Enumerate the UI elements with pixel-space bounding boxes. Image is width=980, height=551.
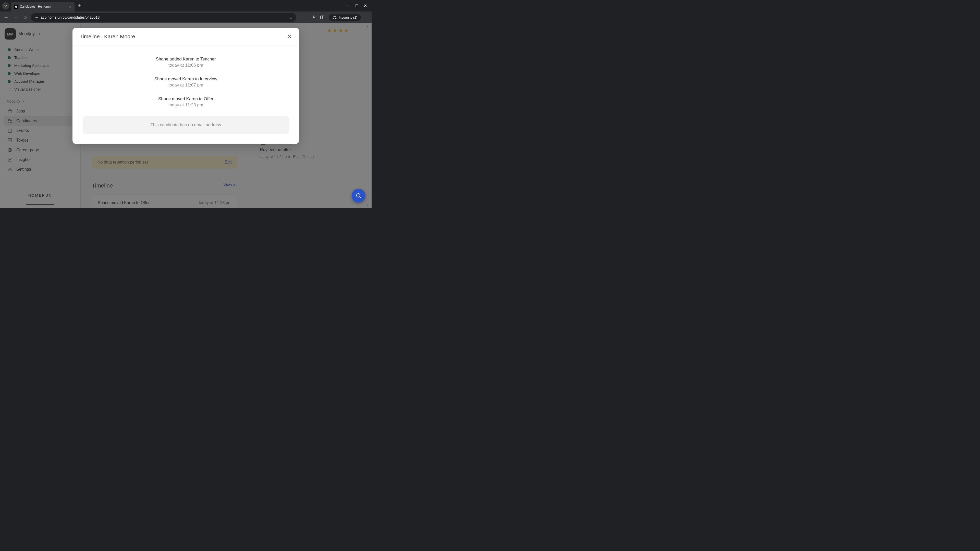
timeline-entry-action: Shane added Karen to Teacher xyxy=(83,57,289,62)
reload-button[interactable]: ⟳ xyxy=(22,14,29,21)
close-window-button[interactable]: ✕ xyxy=(364,3,367,8)
modal-body: Shane added Karen to Teacher today at 11… xyxy=(73,45,299,144)
timeline-entry-time: today at 11:06 pm xyxy=(83,63,289,68)
incognito-badge[interactable]: Incognito (2) xyxy=(329,14,361,21)
minimize-button[interactable]: — xyxy=(346,3,350,8)
new-tab-button[interactable]: + xyxy=(78,3,81,8)
maximize-button[interactable]: □ xyxy=(355,3,358,8)
browser-tab-strip: H Candidates · Homerun ✕ + — □ ✕ xyxy=(0,0,372,11)
bookmark-star-icon[interactable]: ☆ xyxy=(289,15,293,20)
address-bar[interactable]: ⊶ app.homerun.co/candidates/5425513 ☆ xyxy=(31,13,296,22)
timeline-modal: Timeline · Karen Moore ✕ Shane added Kar… xyxy=(73,28,299,144)
browser-menu-icon[interactable]: ⋮ xyxy=(365,15,369,20)
incognito-label: Incognito (2) xyxy=(339,16,357,19)
tab-favicon: H xyxy=(14,5,18,9)
url-text: app.homerun.co/candidates/5425513 xyxy=(41,15,100,19)
tab-title: Candidates · Homerun xyxy=(20,5,66,8)
timeline-entry-action: Shane moved Karen to Interview xyxy=(83,76,289,82)
svg-line-15 xyxy=(360,197,361,198)
timeline-entry-action: Shane moved Karen to Offer xyxy=(83,97,289,102)
timeline-entry: Shane added Karen to Teacher today at 11… xyxy=(83,57,289,68)
forward-button[interactable]: → xyxy=(12,14,20,21)
back-button[interactable]: ← xyxy=(3,14,10,21)
modal-close-button[interactable]: ✕ xyxy=(287,33,292,40)
tab-search-button[interactable] xyxy=(2,2,9,10)
svg-point-14 xyxy=(356,194,360,197)
timeline-entry-time: today at 11:07 pm xyxy=(83,83,289,88)
panel-icon[interactable] xyxy=(320,15,325,20)
browser-tab[interactable]: H Candidates · Homerun ✕ xyxy=(11,2,75,11)
help-fab[interactable] xyxy=(352,189,366,203)
email-notice: This candidate has no email address xyxy=(83,116,289,134)
modal-title: Timeline · Karen Moore xyxy=(80,33,135,40)
modal-header: Timeline · Karen Moore ✕ xyxy=(73,28,299,45)
downloads-icon[interactable] xyxy=(311,15,316,20)
site-info-icon[interactable]: ⊶ xyxy=(35,15,38,19)
tab-close-icon[interactable]: ✕ xyxy=(68,5,72,9)
browser-toolbar: ← → ⟳ ⊶ app.homerun.co/candidates/542551… xyxy=(0,11,372,23)
svg-rect-0 xyxy=(321,16,324,19)
timeline-entry: Shane moved Karen to Interview today at … xyxy=(83,76,289,88)
modal-overlay[interactable]: Timeline · Karen Moore ✕ Shane added Kar… xyxy=(0,23,372,208)
timeline-entry: Shane moved Karen to Offer today at 11:2… xyxy=(83,97,289,108)
timeline-entry-time: today at 11:23 pm xyxy=(83,103,289,108)
